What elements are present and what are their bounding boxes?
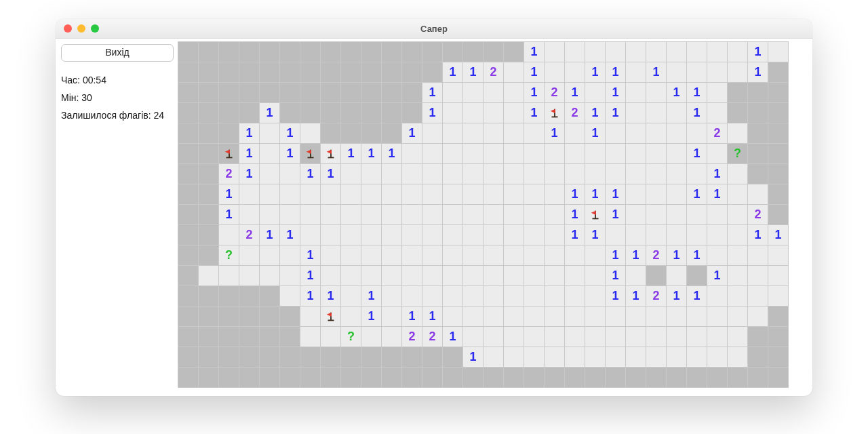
cell[interactable] <box>565 327 585 347</box>
cell[interactable] <box>768 368 788 387</box>
cell[interactable] <box>606 164 625 184</box>
cell[interactable] <box>768 62 788 82</box>
cell[interactable] <box>300 205 320 224</box>
cell[interactable] <box>199 123 218 143</box>
cell[interactable] <box>524 225 544 245</box>
cell[interactable] <box>646 42 666 62</box>
cell[interactable]: 1 <box>565 83 585 102</box>
cell[interactable] <box>260 307 279 326</box>
cell[interactable] <box>484 205 503 224</box>
cell[interactable] <box>199 307 218 326</box>
cell[interactable] <box>484 184 503 204</box>
cell[interactable] <box>443 225 462 245</box>
cell[interactable] <box>321 368 340 387</box>
cell[interactable] <box>707 83 727 102</box>
cell[interactable] <box>504 164 524 184</box>
cell[interactable] <box>382 327 401 347</box>
cell[interactable] <box>402 347 422 367</box>
cell[interactable] <box>341 103 361 123</box>
cell[interactable] <box>280 205 300 224</box>
cell[interactable] <box>585 266 605 285</box>
cell[interactable] <box>422 205 442 224</box>
cell[interactable] <box>422 164 442 184</box>
cell[interactable] <box>300 123 320 143</box>
cell[interactable] <box>545 245 564 265</box>
cell[interactable] <box>626 62 646 82</box>
cell[interactable] <box>504 42 524 62</box>
cell[interactable]: 1 <box>646 62 666 82</box>
cell[interactable] <box>667 184 686 204</box>
cell[interactable]: 1 <box>300 245 320 265</box>
cell[interactable]: 1 <box>565 184 585 204</box>
cell[interactable] <box>768 307 788 326</box>
cell[interactable] <box>443 205 462 224</box>
cell[interactable]: 1 <box>280 225 300 245</box>
cell-question[interactable]: ? <box>219 245 239 265</box>
cell[interactable] <box>178 307 198 326</box>
cell[interactable] <box>321 266 340 285</box>
cell[interactable] <box>443 184 462 204</box>
cell[interactable] <box>361 103 381 123</box>
cell[interactable] <box>239 245 259 265</box>
cell[interactable] <box>463 286 483 306</box>
cell[interactable]: 1 <box>707 164 727 184</box>
cell[interactable] <box>606 42 625 62</box>
cell[interactable] <box>728 245 747 265</box>
cell[interactable] <box>239 347 259 367</box>
cell[interactable] <box>463 266 483 285</box>
cell[interactable] <box>585 245 605 265</box>
cell[interactable] <box>768 286 788 306</box>
cell[interactable] <box>504 184 524 204</box>
cell[interactable]: 1 <box>606 266 625 285</box>
cell[interactable] <box>199 205 218 224</box>
cell[interactable] <box>341 123 361 143</box>
cell[interactable] <box>463 327 483 347</box>
cell[interactable] <box>341 245 361 265</box>
cell[interactable] <box>565 266 585 285</box>
cell[interactable] <box>402 42 422 62</box>
cell[interactable]: 1 <box>585 62 605 82</box>
cell[interactable] <box>687 347 707 367</box>
cell[interactable] <box>178 205 198 224</box>
cell[interactable] <box>382 225 401 245</box>
cell[interactable] <box>341 42 361 62</box>
cell[interactable] <box>178 144 198 163</box>
cell[interactable] <box>422 123 442 143</box>
cell[interactable]: 1 <box>524 103 544 123</box>
cell[interactable] <box>443 307 462 326</box>
cell[interactable] <box>280 184 300 204</box>
cell[interactable] <box>341 286 361 306</box>
cell[interactable] <box>484 225 503 245</box>
cell[interactable] <box>199 286 218 306</box>
cell[interactable] <box>646 347 666 367</box>
cell[interactable]: 1 <box>422 307 442 326</box>
cell[interactable] <box>524 144 544 163</box>
cell[interactable]: 2 <box>646 286 666 306</box>
cell[interactable] <box>667 225 686 245</box>
cell[interactable] <box>565 62 585 82</box>
cell[interactable] <box>361 184 381 204</box>
cell[interactable]: 1 <box>667 83 686 102</box>
cell[interactable] <box>402 103 422 123</box>
cell[interactable] <box>707 327 727 347</box>
cell[interactable]: 1 <box>626 286 646 306</box>
cell[interactable] <box>443 347 462 367</box>
cell[interactable]: 1 <box>565 225 585 245</box>
cell[interactable]: 1 <box>748 62 768 82</box>
cell[interactable] <box>707 103 727 123</box>
cell[interactable] <box>687 327 707 347</box>
cell[interactable] <box>606 327 625 347</box>
cell[interactable] <box>178 184 198 204</box>
cell[interactable] <box>178 347 198 367</box>
cell[interactable] <box>341 83 361 102</box>
cell[interactable] <box>484 164 503 184</box>
cell[interactable] <box>178 245 198 265</box>
cell[interactable] <box>626 83 646 102</box>
cell[interactable] <box>687 123 707 143</box>
cell[interactable] <box>402 205 422 224</box>
cell[interactable] <box>585 307 605 326</box>
cell[interactable] <box>382 83 401 102</box>
cell[interactable] <box>667 103 686 123</box>
cell[interactable] <box>728 164 747 184</box>
cell[interactable] <box>178 286 198 306</box>
